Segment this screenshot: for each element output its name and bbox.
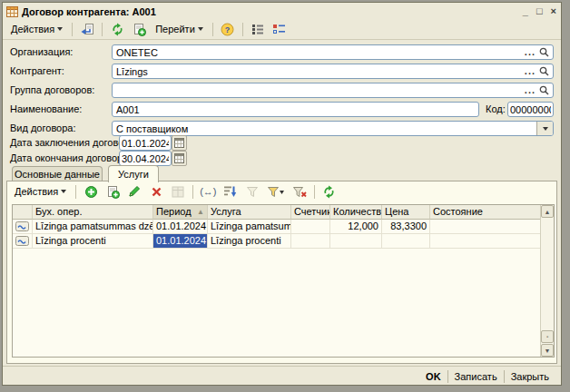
cell-counter[interactable] <box>291 234 330 249</box>
copy-row-button[interactable] <box>103 182 123 201</box>
close-button[interactable]: × <box>551 6 556 16</box>
organization-field[interactable]: ... <box>112 44 554 60</box>
table-row[interactable]: Līzinga procenti 01.01.2024 Līzinga proc… <box>13 234 540 249</box>
row-marker-cell <box>13 220 33 234</box>
structure-button[interactable] <box>270 20 290 38</box>
counterparty-field[interactable]: ... <box>112 64 554 79</box>
tab-main-data[interactable]: Основные данные <box>12 166 103 181</box>
contract-group-choose-button[interactable]: ... <box>521 84 539 96</box>
pencil-icon <box>128 185 141 198</box>
date-interval-button[interactable]: (↔) <box>198 183 218 200</box>
contract-group-input[interactable] <box>113 84 521 96</box>
chevron-down-icon <box>57 27 63 31</box>
start-date-calendar-button[interactable] <box>172 135 187 151</box>
code-input[interactable] <box>508 103 553 115</box>
cell-qty[interactable] <box>330 234 382 249</box>
start-date-field[interactable] <box>119 135 172 151</box>
filter-settings-button[interactable] <box>264 182 288 201</box>
header-service[interactable]: Услуга <box>208 205 291 220</box>
table-header-row: Бух. опер. Период▲ Услуга Счетчик Количе… <box>13 205 540 220</box>
end-date-input[interactable] <box>120 152 171 164</box>
cell-state[interactable] <box>430 234 540 249</box>
sort-button[interactable] <box>221 182 241 201</box>
contract-kind-dropdown-button[interactable] <box>536 122 553 135</box>
toolbar-separator <box>212 23 213 36</box>
maximize-button[interactable]: □ <box>536 6 543 16</box>
scroll-page-button[interactable]: ▪ <box>541 330 554 343</box>
grid-actions-menu-button[interactable]: Действия <box>10 183 71 200</box>
end-date-calendar-button[interactable] <box>172 151 187 166</box>
code-field[interactable] <box>507 102 554 117</box>
scroll-down-button[interactable]: ▼ <box>541 344 554 357</box>
filter-by-value-button[interactable] <box>242 182 262 201</box>
close-form-button[interactable]: Закрыть <box>505 369 555 384</box>
row-marker-cell <box>13 234 33 249</box>
cell-counter[interactable] <box>291 220 330 234</box>
contract-kind-input[interactable] <box>113 122 536 134</box>
write-button[interactable]: Записать <box>448 369 504 384</box>
header-op[interactable]: Бух. опер. <box>33 205 153 220</box>
counterparty-input[interactable] <box>113 65 521 77</box>
goto-menu-button[interactable]: Перейти <box>151 21 208 37</box>
header-row-marker[interactable] <box>13 205 33 220</box>
footer-bar: OK Записать Закрыть <box>3 366 561 386</box>
scroll-down-icon: ▼ <box>545 348 551 354</box>
cell-period[interactable]: 01.01.2024 <box>153 220 208 234</box>
start-date-input[interactable] <box>120 137 171 149</box>
organization-open-button[interactable] <box>539 47 553 57</box>
reread-button[interactable] <box>107 20 127 38</box>
description-button[interactable] <box>248 20 268 38</box>
contract-kind-combo[interactable] <box>112 121 554 136</box>
cell-state[interactable] <box>430 220 540 234</box>
header-counter[interactable]: Счетчик <box>291 205 330 220</box>
header-price[interactable]: Цена <box>382 205 430 220</box>
cell-service[interactable]: Līzinga pamatsumma <box>208 220 291 234</box>
end-date-field[interactable] <box>119 151 172 166</box>
edit-row-button[interactable] <box>124 182 144 201</box>
add-on-basis-button[interactable] <box>129 20 149 38</box>
organization-choose-button[interactable]: ... <box>521 46 539 58</box>
cell-price[interactable] <box>382 234 430 249</box>
ok-button[interactable]: OK <box>419 369 447 384</box>
cell-period-selected[interactable]: 01.01.2024 <box>153 234 208 249</box>
tab-services[interactable]: Услуги <box>108 165 159 182</box>
help-button[interactable]: ? <box>218 20 238 38</box>
goto-menu-label: Перейти <box>155 24 195 34</box>
calendar-icon <box>174 138 184 148</box>
name-field[interactable] <box>112 102 479 117</box>
minimize-button[interactable]: _ <box>523 6 528 16</box>
name-input[interactable] <box>113 103 478 115</box>
cell-op[interactable]: Līzinga procenti <box>33 234 153 249</box>
header-state[interactable]: Состояние <box>430 205 540 220</box>
delete-icon <box>151 186 162 198</box>
counterparty-open-button[interactable] <box>539 66 553 76</box>
toolbar-separator <box>242 23 243 36</box>
cell-qty[interactable]: 12,000 <box>330 220 382 234</box>
end-edit-button[interactable] <box>168 182 188 201</box>
save-button[interactable] <box>77 20 97 38</box>
counterparty-label: Контрагент: <box>10 64 64 79</box>
header-period[interactable]: Период▲ <box>153 205 208 220</box>
contract-group-open-button[interactable] <box>539 85 553 95</box>
magnifier-icon <box>539 85 549 95</box>
end-date-label: Дата окончания договора: <box>10 151 131 166</box>
header-qty[interactable]: Количество <box>330 205 382 220</box>
organization-input[interactable] <box>113 46 521 58</box>
add-row-button[interactable] <box>81 182 101 201</box>
list-icon <box>251 24 264 35</box>
table-row[interactable]: Līzinga pamatsummas dzēšana 01.01.2024 L… <box>13 220 540 234</box>
cell-price[interactable]: 83,3300 <box>382 220 430 234</box>
cell-op[interactable]: Līzinga pamatsummas dzēšana <box>33 220 153 234</box>
cell-service[interactable]: Līzinga procenti <box>208 234 291 249</box>
contract-group-field[interactable]: ... <box>112 83 554 98</box>
delete-row-button[interactable] <box>146 182 166 201</box>
vertical-scrollbar[interactable]: ▲ ▪ ▼ <box>540 205 554 357</box>
save-icon <box>80 23 94 36</box>
scroll-up-button[interactable]: ▲ <box>541 205 554 218</box>
tab-main-data-label: Основные данные <box>15 169 100 180</box>
window-title: Договор контрагента: А001 <box>22 6 156 17</box>
refresh-grid-button[interactable] <box>319 182 339 201</box>
clear-filter-button[interactable] <box>290 182 310 201</box>
actions-menu-button[interactable]: Действия <box>6 21 67 37</box>
counterparty-choose-button[interactable]: ... <box>521 65 539 77</box>
